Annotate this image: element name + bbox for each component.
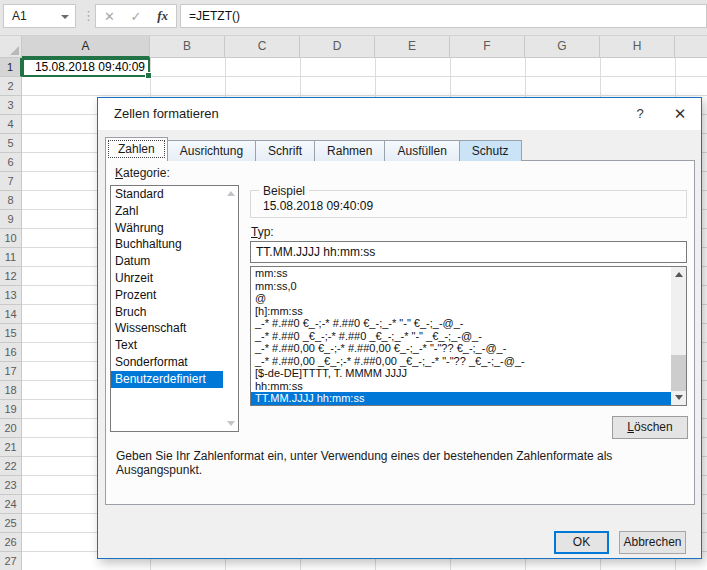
tab-rahmen[interactable]: Rahmen <box>314 140 385 161</box>
column-header-c[interactable]: C <box>225 36 300 58</box>
category-listbox[interactable]: StandardZahlWährungBuchhaltungDatumUhrze… <box>110 185 239 432</box>
row-header-2[interactable]: 2 <box>0 77 22 96</box>
category-item[interactable]: Zahl <box>111 203 223 220</box>
tab-schrift[interactable]: Schrift <box>255 140 315 161</box>
format-item[interactable]: mm:ss,0 <box>251 280 671 293</box>
dialog-tabs: ZahlenAusrichtungSchriftRahmenAusfüllenS… <box>105 137 521 161</box>
category-item[interactable]: Standard <box>111 186 223 203</box>
type-input-value: TT.MM.JJJJ hh:mm:ss <box>256 245 375 259</box>
category-scrollbar[interactable] <box>223 186 238 431</box>
close-button[interactable]: ✕ <box>663 98 697 129</box>
column-header-d[interactable]: D <box>300 36 375 58</box>
dialog-titlebar[interactable]: Zellen formatieren ? ✕ <box>98 98 701 130</box>
row-header-7[interactable]: 7 <box>0 172 22 191</box>
row-header-22[interactable]: 22 <box>0 457 22 476</box>
name-box[interactable]: A1 <box>3 4 76 28</box>
row-header-13[interactable]: 13 <box>0 286 22 305</box>
row-header-17[interactable]: 17 <box>0 362 22 381</box>
row-header-20[interactable]: 20 <box>0 419 22 438</box>
type-input[interactable]: TT.MM.JJJJ hh:mm:ss <box>250 241 687 263</box>
column-header-h[interactable]: H <box>600 36 675 58</box>
row-header-4[interactable]: 4 <box>0 115 22 134</box>
row-header-23[interactable]: 23 <box>0 476 22 495</box>
row-header-8[interactable]: 8 <box>0 191 22 210</box>
insert-function-icon[interactable]: fx <box>157 8 168 24</box>
formula-buttons: ✕ ✓ fx <box>95 4 177 28</box>
format-scrollbar[interactable] <box>671 267 686 405</box>
format-item[interactable]: @ <box>251 292 671 305</box>
row-headers: 1234567891011121314151617181920212223242… <box>0 58 22 570</box>
category-item[interactable]: Prozent <box>111 287 223 304</box>
category-item[interactable]: Bruch <box>111 304 223 321</box>
column-header-f[interactable]: F <box>450 36 525 58</box>
row-header-26[interactable]: 26 <box>0 533 22 552</box>
example-value: 15.08.2018 09:40:09 <box>263 199 373 213</box>
format-item[interactable]: mm:ss <box>251 267 671 280</box>
category-item[interactable]: Uhrzeit <box>111 270 223 287</box>
row-header-11[interactable]: 11 <box>0 248 22 267</box>
tab-schutz[interactable]: Schutz <box>459 140 522 161</box>
scroll-up-icon[interactable] <box>672 268 685 281</box>
category-item[interactable]: Text <box>111 337 223 354</box>
row-header-5[interactable]: 5 <box>0 134 22 153</box>
row-header-15[interactable]: 15 <box>0 324 22 343</box>
category-item[interactable]: Wissenschaft <box>111 320 223 337</box>
row-header-19[interactable]: 19 <box>0 400 22 419</box>
delete-button[interactable]: Löschen <box>612 416 688 439</box>
category-label: Kategorie: <box>115 166 170 180</box>
cancel-icon[interactable]: ✕ <box>104 9 115 24</box>
row-header-3[interactable]: 3 <box>0 96 22 115</box>
category-item[interactable]: Währung <box>111 220 223 237</box>
row-header-25[interactable]: 25 <box>0 514 22 533</box>
tab-ausrichtung[interactable]: Ausrichtung <box>167 140 256 161</box>
fill-handle[interactable] <box>145 72 152 79</box>
row-header-21[interactable]: 21 <box>0 438 22 457</box>
dialog-title: Zellen formatieren <box>114 106 219 121</box>
format-item[interactable]: TT.MM.JJJJ hh:mm:ss <box>251 392 671 405</box>
category-item[interactable]: Datum <box>111 253 223 270</box>
row-header-1[interactable]: 1 <box>0 58 22 77</box>
format-cells-dialog: Zellen formatieren ? ✕ ZahlenAusrichtung… <box>97 97 702 559</box>
ok-button[interactable]: OK <box>554 531 609 554</box>
formula-bar-input[interactable]: =JETZT() <box>180 4 707 28</box>
enter-icon[interactable]: ✓ <box>131 9 142 24</box>
name-box-dropdown-icon[interactable] <box>61 15 69 19</box>
format-item[interactable]: _-* #.##0 _€_-;-* #.##0 _€_-;_-* "-" _€_… <box>251 330 671 343</box>
format-item[interactable]: [$-de-DE]TTTT, T. MMMM JJJJ <box>251 367 671 380</box>
row-header-6[interactable]: 6 <box>0 153 22 172</box>
format-item[interactable]: _-* #.##0,00 €_-;-* #.##0,00 €_-;_-* "-"… <box>251 342 671 355</box>
row-header-12[interactable]: 12 <box>0 267 22 286</box>
format-item[interactable]: [h]:mm:ss <box>251 305 671 318</box>
row-header-27[interactable]: 27 <box>0 552 22 570</box>
column-header-a[interactable]: A <box>22 36 150 58</box>
formula-bar-strip: A1 ⋮ ✕ ✓ fx =JETZT() <box>0 0 707 35</box>
row-header-10[interactable]: 10 <box>0 229 22 248</box>
scroll-up-icon[interactable] <box>224 187 237 200</box>
format-item[interactable]: hh:mm:ss <box>251 380 671 393</box>
column-header-b[interactable]: B <box>150 36 225 58</box>
scrollbar-thumb[interactable] <box>671 355 686 391</box>
format-item[interactable]: _-* #.##0,00 _€_-;-* #.##0,00 _€_-;_-* "… <box>251 355 671 368</box>
column-header-e[interactable]: E <box>375 36 450 58</box>
format-item[interactable]: _-* #.##0 €_-;-* #.##0 €_-;_-* "-" €_-;_… <box>251 317 671 330</box>
example-label: Beispiel <box>259 184 309 198</box>
formula-text: =JETZT() <box>189 9 240 23</box>
category-item[interactable]: Buchhaltung <box>111 236 223 253</box>
active-cell-a1[interactable]: 15.08.2018 09:40:09 <box>22 58 150 77</box>
cancel-button[interactable]: Abbrechen <box>619 531 686 554</box>
category-item[interactable]: Sonderformat <box>111 354 223 371</box>
category-item[interactable]: Benutzerdefiniert <box>111 371 223 388</box>
scroll-down-icon[interactable] <box>672 391 685 404</box>
tab-ausfüllen[interactable]: Ausfüllen <box>384 140 459 161</box>
row-header-24[interactable]: 24 <box>0 495 22 514</box>
help-button[interactable]: ? <box>623 98 657 129</box>
row-header-16[interactable]: 16 <box>0 343 22 362</box>
column-header-g[interactable]: G <box>525 36 600 58</box>
scroll-down-icon[interactable] <box>224 417 237 430</box>
tab-zahlen[interactable]: Zahlen <box>105 137 168 161</box>
row-header-18[interactable]: 18 <box>0 381 22 400</box>
row-header-14[interactable]: 14 <box>0 305 22 324</box>
select-all-corner[interactable] <box>0 36 22 58</box>
row-header-9[interactable]: 9 <box>0 210 22 229</box>
format-listbox[interactable]: mm:ssmm:ss,0@[h]:mm:ss_-* #.##0 €_-;-* #… <box>250 266 687 406</box>
